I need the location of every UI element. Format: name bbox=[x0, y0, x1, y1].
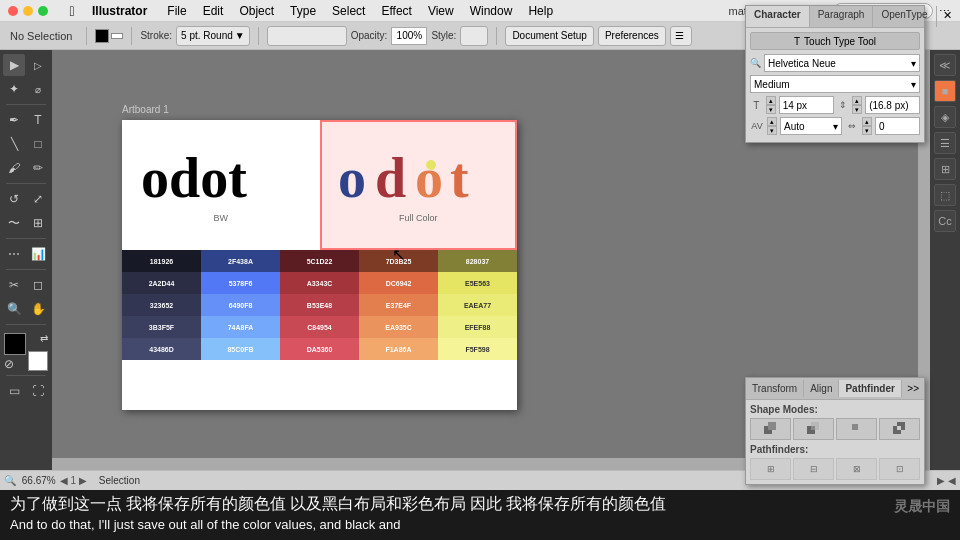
fullscreen-button[interactable] bbox=[38, 6, 48, 16]
color-swatch-DA5360[interactable]: DA5360 bbox=[280, 338, 359, 360]
color-swatch-6490F8[interactable]: 6490F8 bbox=[201, 294, 280, 316]
minimize-button[interactable] bbox=[23, 6, 33, 16]
fill-swatch[interactable] bbox=[95, 29, 109, 43]
swap-colors-icon[interactable]: ⇄ bbox=[40, 333, 48, 344]
page-arrow-right[interactable]: ▶ bbox=[79, 475, 87, 486]
arrange-dropdown[interactable]: ☰ bbox=[670, 26, 692, 46]
tracking-select[interactable]: Auto ▾ bbox=[780, 117, 842, 135]
lasso-tool[interactable]: ⌀ bbox=[27, 78, 49, 100]
line-tool[interactable]: ╲ bbox=[3, 133, 25, 155]
symbol-sprayer-tool[interactable]: ⋯ bbox=[3, 243, 25, 265]
stroke-dropdown[interactable]: 5 pt. Round ▼ bbox=[176, 26, 250, 46]
warp-tool[interactable]: 〜 bbox=[3, 212, 25, 234]
tab-paragraph[interactable]: Paragraph bbox=[810, 6, 874, 27]
style-dropdown[interactable] bbox=[460, 26, 488, 46]
color-swatch-C84954[interactable]: C84954 bbox=[280, 316, 359, 338]
color-swatch-2A2D44[interactable]: 2A2D44 bbox=[122, 272, 201, 294]
char-panel-close[interactable]: ✕ bbox=[937, 6, 958, 27]
leading-stepper[interactable]: ▴ ▾ bbox=[852, 96, 862, 114]
color-swatch-323652[interactable]: 323652 bbox=[122, 294, 201, 316]
leading-up[interactable]: ▴ bbox=[852, 96, 862, 105]
graphic-styles-btn[interactable]: ☰ bbox=[934, 132, 956, 154]
type-tool[interactable]: T bbox=[27, 109, 49, 131]
divide-button[interactable]: ⊞ bbox=[750, 458, 791, 480]
document-setup-button[interactable]: Document Setup bbox=[505, 26, 594, 46]
cc-libraries-btn[interactable]: Cc bbox=[934, 210, 956, 232]
selection-tool[interactable]: ▶ bbox=[3, 54, 25, 76]
screen-mode-button[interactable]: ▭ bbox=[3, 380, 25, 402]
color-swatch-7D3B25[interactable]: 7D3B25 bbox=[359, 250, 438, 272]
eraser-tool[interactable]: ◻ bbox=[27, 274, 49, 296]
kerning-stepper[interactable]: ▴ ▾ bbox=[767, 117, 777, 135]
tracking-stepper[interactable]: ▴ ▾ bbox=[862, 117, 872, 135]
artboards-btn[interactable]: ⬚ bbox=[934, 184, 956, 206]
panel-close-right[interactable]: ≪ bbox=[934, 54, 956, 76]
color-swatch-E5E563[interactable]: E5E563 bbox=[438, 272, 517, 294]
app-name[interactable]: Illustrator bbox=[92, 4, 147, 18]
color-swatch-B53E48[interactable]: B53E48 bbox=[280, 294, 359, 316]
kerning-up[interactable]: ▴ bbox=[767, 117, 777, 126]
color-swatch-5378F6[interactable]: 5378F6 bbox=[201, 272, 280, 294]
tab-opentype[interactable]: OpenType bbox=[873, 6, 936, 27]
trim-button[interactable]: ⊟ bbox=[793, 458, 834, 480]
merge-button[interactable]: ⊠ bbox=[836, 458, 877, 480]
color-swatch-828037[interactable]: 828037 bbox=[438, 250, 517, 272]
paintbrush-tool[interactable]: 🖌 bbox=[3, 157, 25, 179]
color-swatch-85C0FB[interactable]: 85C0FB bbox=[201, 338, 280, 360]
leading-field[interactable]: (16.8 px) bbox=[865, 96, 920, 114]
color-swatch-5C1D22[interactable]: 5C1D22 bbox=[280, 250, 359, 272]
font-size-down[interactable]: ▾ bbox=[766, 105, 776, 114]
tracking-up[interactable]: ▴ bbox=[862, 117, 872, 126]
appearance-btn[interactable]: ◈ bbox=[934, 106, 956, 128]
color-swatch-74A8FA[interactable]: 74A8FA bbox=[201, 316, 280, 338]
menu-object[interactable]: Object bbox=[231, 0, 282, 22]
extra-control[interactable] bbox=[267, 26, 347, 46]
color-swatch-E37E4F[interactable]: E37E4F bbox=[359, 294, 438, 316]
color-swatch-EA935C[interactable]: EA935C bbox=[359, 316, 438, 338]
color-swatch-43486D[interactable]: 43486D bbox=[122, 338, 201, 360]
color-swatch-181926[interactable]: 181926 bbox=[122, 250, 201, 272]
pen-tool[interactable]: ✒ bbox=[3, 109, 25, 131]
stroke-swatch[interactable] bbox=[111, 33, 123, 39]
rotate-tool[interactable]: ↺ bbox=[3, 188, 25, 210]
color-swatch-2F438A[interactable]: 2F438A bbox=[201, 250, 280, 272]
font-family-select[interactable]: Helvetica Neue ▾ bbox=[764, 54, 920, 72]
font-weight-select[interactable]: Medium ▾ bbox=[750, 75, 920, 93]
color-swatch-EAEA77[interactable]: EAEA77 bbox=[438, 294, 517, 316]
layers-btn[interactable]: ⊞ bbox=[934, 158, 956, 180]
font-size-field[interactable]: 14 px bbox=[779, 96, 834, 114]
color-swatch-F1A86A[interactable]: F1A86A bbox=[359, 338, 438, 360]
color-swatch-3B3F5F[interactable]: 3B3F5F bbox=[122, 316, 201, 338]
tab-character[interactable]: Character bbox=[746, 6, 810, 27]
tab-transform[interactable]: Transform bbox=[746, 380, 804, 397]
apple-icon[interactable]:  bbox=[52, 3, 92, 19]
tp-more-button[interactable]: >> bbox=[902, 381, 924, 396]
none-color-icon[interactable]: ⊘ bbox=[4, 357, 14, 371]
unite-button[interactable] bbox=[750, 418, 791, 440]
touch-type-tool-button[interactable]: T Touch Type Tool bbox=[750, 32, 920, 50]
menu-window[interactable]: Window bbox=[462, 0, 521, 22]
color-swatch-A3343C[interactable]: A3343C bbox=[280, 272, 359, 294]
shape-tool[interactable]: □ bbox=[27, 133, 49, 155]
tab-pathfinder[interactable]: Pathfinder bbox=[839, 380, 901, 397]
color-swatch-DC6942[interactable]: DC6942 bbox=[359, 272, 438, 294]
menu-effect[interactable]: Effect bbox=[373, 0, 419, 22]
color-guide-btn[interactable]: ■ bbox=[934, 80, 956, 102]
full-screen-mode-button[interactable]: ⛶ bbox=[27, 380, 49, 402]
hand-tool[interactable]: ✋ bbox=[27, 298, 49, 320]
menu-view[interactable]: View bbox=[420, 0, 462, 22]
magic-wand-tool[interactable]: ✦ bbox=[3, 78, 25, 100]
font-size-up[interactable]: ▴ bbox=[766, 96, 776, 105]
kerning-field[interactable]: 0 bbox=[875, 117, 920, 135]
menu-edit[interactable]: Edit bbox=[195, 0, 232, 22]
fill-color[interactable] bbox=[4, 333, 26, 355]
close-button[interactable] bbox=[8, 6, 18, 16]
slice-tool[interactable]: ✂ bbox=[3, 274, 25, 296]
minus-front-button[interactable] bbox=[793, 418, 834, 440]
color-swatch-F5F598[interactable]: F5F598 bbox=[438, 338, 517, 360]
zoom-control[interactable]: 🔍 66.67% bbox=[4, 475, 56, 486]
opacity-input[interactable] bbox=[391, 27, 427, 45]
zoom-tool[interactable]: 🔍 bbox=[3, 298, 25, 320]
menu-help[interactable]: Help bbox=[520, 0, 561, 22]
intersect-button[interactable] bbox=[836, 418, 877, 440]
